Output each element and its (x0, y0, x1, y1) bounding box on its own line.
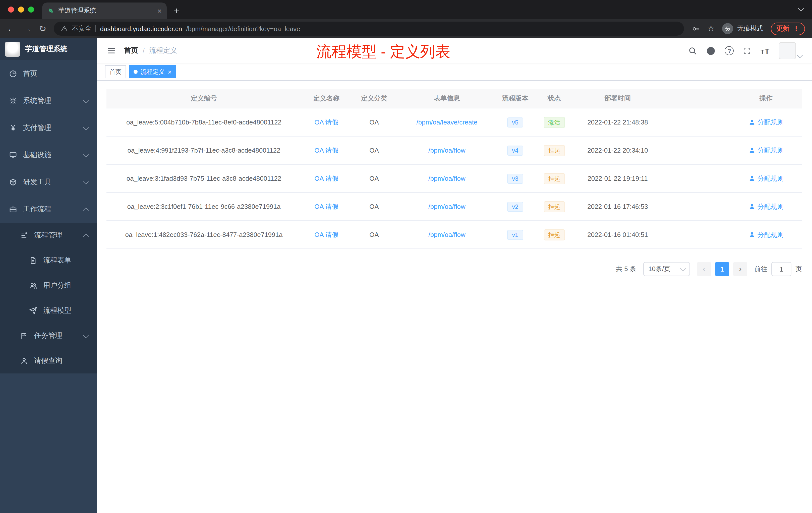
version-badge: v4 (507, 145, 523, 155)
form-info-link[interactable]: /bpm/oa/flow (428, 203, 465, 210)
close-window-button[interactable] (8, 6, 14, 12)
dashboard-icon (9, 70, 17, 78)
breadcrumb-separator: / (143, 47, 145, 55)
assign-rule-link[interactable]: 分配规则 (749, 146, 784, 155)
breadcrumb: 首页 / 流程定义 (124, 46, 177, 55)
gear-icon (9, 97, 17, 105)
category-cell: OA (351, 193, 397, 220)
assign-rule-link[interactable]: 分配规则 (749, 230, 784, 239)
goto-page-input[interactable] (771, 262, 791, 276)
back-button[interactable]: ← (7, 24, 16, 33)
github-icon[interactable] (706, 46, 716, 56)
sidebar-item-label: 支付管理 (23, 123, 51, 132)
assign-rule-label: 分配规则 (757, 174, 784, 183)
tab-search-button[interactable] (799, 3, 803, 12)
current-page-button[interactable]: 1 (715, 262, 729, 276)
sidebar-item-system-mgmt[interactable]: 系统管理 (0, 87, 97, 115)
column-header-category: 定义分类 (351, 89, 397, 108)
breadcrumb-home[interactable]: 首页 (124, 46, 138, 55)
category-cell: OA (351, 221, 397, 248)
page-jumper: 前往 页 (754, 262, 802, 276)
list-tree-icon (20, 232, 28, 239)
user-avatar[interactable] (779, 42, 802, 59)
font-size-icon[interactable]: тT (760, 47, 770, 55)
sidebar-item-process-model[interactable]: 流程模型 (0, 298, 97, 323)
assign-rule-link[interactable]: 分配规则 (749, 118, 784, 127)
collapse-sidebar-icon[interactable] (107, 46, 116, 55)
logo-title: 芋道管理系统 (25, 45, 67, 54)
bookmark-star-icon[interactable]: ☆ (707, 25, 715, 33)
avatar-image (779, 42, 796, 59)
tag-close-icon[interactable]: × (168, 68, 172, 75)
new-tab-button[interactable]: + (174, 6, 179, 16)
sidebar-item-home[interactable]: 首页 (0, 60, 97, 87)
sidebar-item-process-mgmt[interactable]: 流程管理 (0, 223, 97, 248)
definition-name-link[interactable]: OA 请假 (314, 230, 338, 239)
category-cell: OA (351, 164, 397, 192)
sidebar-item-workflow[interactable]: 工作流程 (0, 196, 97, 223)
app-root: 芋道管理系统 首页 系统管理 支付管理 基础设施 (0, 38, 812, 513)
main-area: 首页 / 流程定义 流程模型 - 定义列表 ? тT (97, 38, 812, 513)
sidebar-item-dev-tools[interactable]: 研发工具 (0, 169, 97, 196)
sidebar-item-leave-query[interactable]: 请假查询 (0, 349, 97, 373)
browser-tab[interactable]: 芋道管理系统 × (42, 2, 167, 19)
assign-rule-link[interactable]: 分配规则 (749, 174, 784, 183)
sidebar-item-payment-mgmt[interactable]: 支付管理 (0, 115, 97, 142)
deploy-time-cell: 2022-01-22 21:48:38 (575, 109, 660, 136)
column-header-deploy-time: 部署时间 (575, 89, 660, 108)
chevron-up-icon (83, 208, 89, 213)
table-header-row: 定义编号 定义名称 定义分类 表单信息 流程版本 状态 部署时间 操作 (107, 89, 802, 109)
tab-close-icon[interactable]: × (157, 7, 162, 14)
form-info-link[interactable]: /bpm/oa/flow (428, 231, 465, 238)
tag-process-definition[interactable]: 流程定义 × (129, 65, 176, 78)
sidebar-item-process-form[interactable]: 流程表单 (0, 248, 97, 273)
next-page-button[interactable]: › (733, 262, 747, 276)
table-row: oa_leave:3:1fad3d93-7b75-11ec-a3c8-acde4… (107, 164, 802, 193)
url-path: /bpm/manager/definition?key=oa_leave (186, 25, 300, 32)
page-size-select[interactable]: 10条/页 (643, 262, 690, 276)
definition-name-link[interactable]: OA 请假 (314, 174, 338, 183)
fullscreen-icon[interactable] (743, 47, 752, 55)
not-secure-warning-icon (61, 25, 68, 32)
page-buttons: ‹ 1 › (697, 262, 747, 276)
maximize-window-button[interactable] (28, 6, 34, 12)
version-badge: v2 (507, 202, 523, 212)
sidebar-item-infrastructure[interactable]: 基础设施 (0, 142, 97, 169)
help-icon[interactable]: ? (725, 46, 734, 55)
tab-strip: 芋道管理系统 × + (0, 0, 812, 19)
incognito-label: 无痕模式 (737, 24, 763, 33)
tag-home[interactable]: 首页 (105, 65, 126, 78)
paper-plane-icon (29, 307, 37, 315)
definition-name-link[interactable]: OA 请假 (314, 146, 338, 155)
assign-rule-link[interactable]: 分配规则 (749, 202, 784, 211)
tags-view-bar: 首页 流程定义 × (97, 63, 812, 81)
column-header-definition-name: 定义名称 (301, 89, 351, 108)
address-bar[interactable]: 不安全 dashboard.yudao.iocoder.cn /bpm/mana… (54, 22, 684, 36)
sidebar-item-label: 流程模型 (43, 306, 71, 315)
user-icon (749, 119, 755, 125)
prev-page-button[interactable]: ‹ (697, 262, 711, 276)
form-info-link[interactable]: /bpm/oa/flow (428, 147, 465, 154)
definition-id-cell: oa_leave:5:004b710b-7b8a-11ec-8ef0-acde4… (107, 109, 301, 136)
forward-button[interactable]: → (23, 24, 32, 33)
form-info-link[interactable]: /bpm/oa/flow (428, 175, 465, 182)
user-icon (749, 203, 755, 210)
table-row: oa_leave:1:482ec033-762a-11ec-8477-a2380… (107, 221, 802, 249)
minimize-window-button[interactable] (18, 6, 24, 12)
flag-icon (20, 332, 28, 340)
sidebar-item-task-mgmt[interactable]: 任务管理 (0, 323, 97, 349)
password-key-icon[interactable] (691, 24, 700, 33)
reload-button[interactable]: ↻ (39, 24, 47, 33)
chrome-update-button[interactable]: 更新 ⋮ (771, 22, 805, 35)
definition-name-link[interactable]: OA 请假 (314, 118, 338, 127)
definition-name-link[interactable]: OA 请假 (314, 202, 338, 211)
browser-menu-icon[interactable]: ⋮ (793, 25, 800, 32)
sidebar-item-user-group[interactable]: 用户分组 (0, 273, 97, 298)
form-info-link[interactable]: /bpm/oa/leave/create (416, 118, 477, 126)
spacer-cell (660, 164, 730, 192)
active-dot (134, 70, 138, 74)
search-icon[interactable] (688, 46, 697, 55)
browser-toolbar: ← → ↻ 不安全 dashboard.yudao.iocoder.cn /bp… (0, 19, 812, 38)
users-icon (29, 281, 37, 290)
status-badge: 激活 (544, 117, 565, 128)
